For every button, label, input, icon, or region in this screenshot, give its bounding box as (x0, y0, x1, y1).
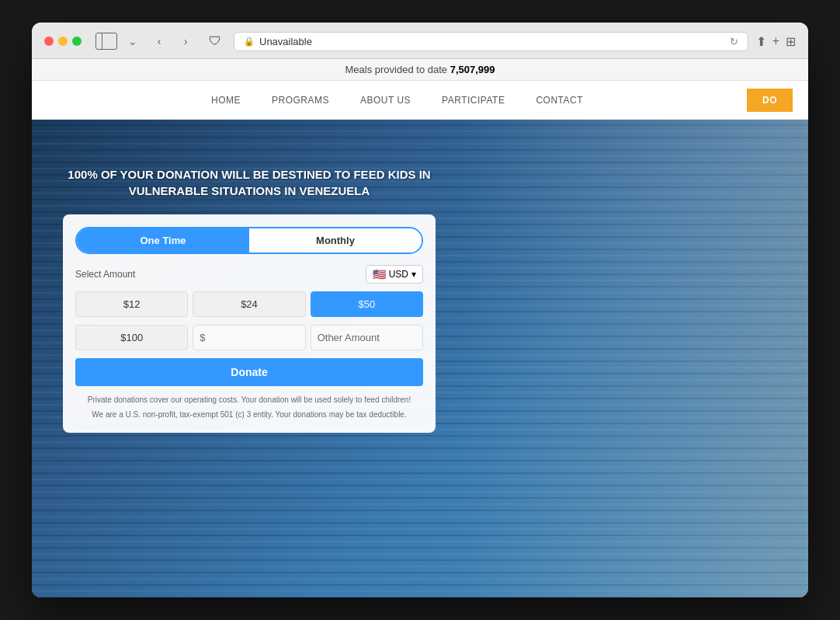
amount-12-button[interactable]: $12 (75, 291, 188, 317)
meals-count: 7,507,999 (450, 64, 495, 75)
currency-flag: 🇺🇸 (373, 268, 386, 280)
url-text: Unavailable (259, 36, 312, 47)
nav-participate[interactable]: PARTICIPATE (442, 95, 505, 106)
nav-donate-button[interactable]: DO (747, 89, 793, 112)
chevron-down-icon[interactable]: ⌄ (122, 30, 144, 52)
address-bar[interactable]: 🔒 Unavailable ↻ (234, 32, 748, 51)
maximize-button[interactable] (72, 37, 82, 46)
donation-tabs: One Time Monthly (75, 227, 423, 254)
currency-label: USD (389, 269, 408, 280)
shield-icon: 🛡 (204, 30, 226, 52)
nav-contact[interactable]: CONTACT (536, 95, 583, 106)
browser-controls: ⌄ ‹ › (95, 30, 196, 52)
back-icon[interactable]: ‹ (148, 30, 170, 52)
grid-icon[interactable]: ⊞ (786, 34, 796, 49)
select-amount-label: Select Amount (75, 269, 135, 280)
donate-button[interactable]: Donate (75, 358, 423, 386)
browser-window: ⌄ ‹ › 🛡 🔒 Unavailable ↻ ⬆ + ⊞ Meals prov… (32, 23, 808, 597)
browser-actions: ⬆ + ⊞ (756, 34, 796, 49)
forward-icon[interactable]: › (175, 30, 196, 52)
share-icon[interactable]: ⬆ (756, 34, 766, 49)
donation-widget: One Time Monthly Select Amount 🇺🇸 USD ▾ (63, 214, 436, 433)
website: Meals provided to date 7,507,999 HOME PR… (32, 59, 808, 597)
dollar-sign: $ (200, 332, 205, 343)
nav-programs[interactable]: PROGRAMS (272, 95, 329, 106)
close-button[interactable] (44, 37, 54, 46)
currency-select[interactable]: 🇺🇸 USD ▾ (366, 265, 423, 284)
select-amount-row: Select Amount 🇺🇸 USD ▾ (75, 265, 423, 284)
amount-50-button[interactable]: $50 (311, 291, 423, 317)
hero-content: 100% OF YOUR DONATION WILL BE DESTINED T… (32, 120, 467, 456)
custom-amount-input-wrap[interactable]: $ (193, 325, 305, 350)
currency-chevron-icon: ▾ (411, 269, 416, 280)
reload-icon[interactable]: ↻ (730, 36, 738, 47)
amount-grid: $12 $24 $50 (75, 291, 423, 317)
lock-icon: 🔒 (244, 37, 255, 47)
tab-monthly[interactable]: Monthly (249, 228, 422, 253)
disclaimer-2: We are a U.S. non-profit, tax-exempt 501… (75, 409, 423, 420)
minimize-button[interactable] (58, 37, 68, 46)
nav-home[interactable]: HOME (211, 95, 241, 106)
amount-100-button[interactable]: $100 (75, 325, 188, 350)
other-amount-label: Other Amount (311, 325, 423, 350)
nav-about[interactable]: ABOUT US (360, 95, 411, 106)
navigation: HOME PROGRAMS ABOUT US PARTICIPATE CONTA… (32, 81, 808, 120)
amount-24-button[interactable]: $24 (193, 291, 305, 317)
hero-section: 100% OF YOUR DONATION WILL BE DESTINED T… (32, 120, 808, 597)
meals-bar: Meals provided to date 7,507,999 (32, 59, 808, 81)
custom-amount-input[interactable] (206, 332, 299, 343)
browser-chrome: ⌄ ‹ › 🛡 🔒 Unavailable ↻ ⬆ + ⊞ (32, 23, 808, 59)
sidebar-toggle-icon[interactable] (95, 33, 117, 50)
hero-headline: 100% OF YOUR DONATION WILL BE DESTINED T… (63, 166, 436, 199)
custom-amount-row: $100 $ Other Amount (75, 325, 423, 350)
disclaimer-1: Private donations cover our operating co… (75, 394, 423, 406)
new-tab-icon[interactable]: + (772, 34, 779, 48)
traffic-lights (44, 37, 82, 46)
tab-onetime[interactable]: One Time (77, 228, 249, 253)
nav-links: HOME PROGRAMS ABOUT US PARTICIPATE CONTA… (47, 95, 747, 106)
meals-label: Meals provided to date (345, 64, 448, 75)
